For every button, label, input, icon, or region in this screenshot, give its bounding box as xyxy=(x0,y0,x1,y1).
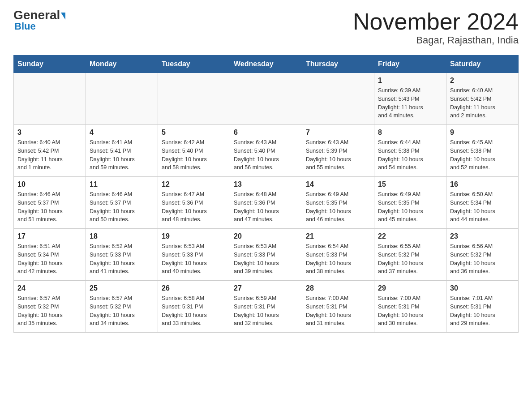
day-number: 18 xyxy=(90,232,154,240)
calendar-cell: 9Sunrise: 6:45 AMSunset: 5:38 PMDaylight… xyxy=(446,125,519,177)
day-number: 3 xyxy=(17,128,82,137)
calendar-cell xyxy=(302,73,374,125)
day-info: Sunrise: 6:53 AMSunset: 5:33 PMDaylight:… xyxy=(234,242,298,276)
day-info: Sunrise: 6:47 AMSunset: 5:36 PMDaylight:… xyxy=(162,190,226,224)
day-number: 9 xyxy=(450,128,515,137)
day-header-wednesday: Wednesday xyxy=(230,56,302,73)
day-info: Sunrise: 7:00 AMSunset: 5:31 PMDaylight:… xyxy=(378,294,442,328)
day-number: 22 xyxy=(378,232,442,240)
calendar-cell: 28Sunrise: 7:00 AMSunset: 5:31 PMDayligh… xyxy=(302,281,374,333)
day-header-tuesday: Tuesday xyxy=(158,56,230,73)
day-header-sunday: Sunday xyxy=(14,56,86,73)
calendar-cell: 26Sunrise: 6:58 AMSunset: 5:31 PMDayligh… xyxy=(158,281,230,333)
day-number: 4 xyxy=(90,128,154,137)
week-row-4: 17Sunrise: 6:51 AMSunset: 5:34 PMDayligh… xyxy=(14,229,519,281)
day-number: 27 xyxy=(234,284,298,292)
calendar-cell: 8Sunrise: 6:44 AMSunset: 5:38 PMDaylight… xyxy=(374,125,446,177)
calendar-cell: 1Sunrise: 6:39 AMSunset: 5:43 PMDaylight… xyxy=(374,73,446,125)
day-info: Sunrise: 6:43 AMSunset: 5:39 PMDaylight:… xyxy=(306,138,370,172)
day-number: 6 xyxy=(234,128,298,137)
day-info: Sunrise: 6:46 AMSunset: 5:37 PMDaylight:… xyxy=(90,190,154,224)
day-info: Sunrise: 6:53 AMSunset: 5:33 PMDaylight:… xyxy=(162,242,226,276)
day-number: 7 xyxy=(306,128,370,137)
week-row-5: 24Sunrise: 6:57 AMSunset: 5:32 PMDayligh… xyxy=(14,281,519,333)
day-number: 12 xyxy=(162,180,226,188)
location-title: Bagar, Rajasthan, India xyxy=(353,34,519,46)
logo: General Blue xyxy=(13,9,65,32)
calendar-cell: 16Sunrise: 6:50 AMSunset: 5:34 PMDayligh… xyxy=(446,177,519,229)
calendar-cell: 10Sunrise: 6:46 AMSunset: 5:37 PMDayligh… xyxy=(14,177,86,229)
day-header-monday: Monday xyxy=(86,56,158,73)
calendar-cell: 21Sunrise: 6:54 AMSunset: 5:33 PMDayligh… xyxy=(302,229,374,281)
day-number: 14 xyxy=(306,180,370,188)
calendar-table: SundayMondayTuesdayWednesdayThursdayFrid… xyxy=(13,55,519,333)
day-info: Sunrise: 6:40 AMSunset: 5:42 PMDaylight:… xyxy=(17,138,82,172)
calendar-cell xyxy=(86,73,158,125)
week-row-3: 10Sunrise: 6:46 AMSunset: 5:37 PMDayligh… xyxy=(14,177,519,229)
calendar-cell: 24Sunrise: 6:57 AMSunset: 5:32 PMDayligh… xyxy=(14,281,86,333)
month-title: November 2024 xyxy=(353,9,519,34)
day-number: 2 xyxy=(450,77,515,85)
day-number: 29 xyxy=(378,284,442,292)
header-row: SundayMondayTuesdayWednesdayThursdayFrid… xyxy=(14,56,519,73)
calendar-cell: 11Sunrise: 6:46 AMSunset: 5:37 PMDayligh… xyxy=(86,177,158,229)
header: General Blue November 2024 Bagar, Rajast… xyxy=(13,9,519,46)
day-info: Sunrise: 7:01 AMSunset: 5:31 PMDaylight:… xyxy=(450,294,515,328)
day-number: 5 xyxy=(162,128,226,137)
day-info: Sunrise: 6:43 AMSunset: 5:40 PMDaylight:… xyxy=(234,138,298,172)
logo-blue: Blue xyxy=(14,21,36,32)
day-info: Sunrise: 6:49 AMSunset: 5:35 PMDaylight:… xyxy=(378,190,442,224)
calendar-cell: 4Sunrise: 6:41 AMSunset: 5:41 PMDaylight… xyxy=(86,125,158,177)
calendar-cell: 18Sunrise: 6:52 AMSunset: 5:33 PMDayligh… xyxy=(86,229,158,281)
calendar-cell: 25Sunrise: 6:57 AMSunset: 5:32 PMDayligh… xyxy=(86,281,158,333)
day-number: 21 xyxy=(306,232,370,240)
calendar-cell: 7Sunrise: 6:43 AMSunset: 5:39 PMDaylight… xyxy=(302,125,374,177)
day-info: Sunrise: 6:51 AMSunset: 5:34 PMDaylight:… xyxy=(17,242,82,276)
day-number: 25 xyxy=(90,284,154,292)
day-info: Sunrise: 6:55 AMSunset: 5:32 PMDaylight:… xyxy=(378,242,442,276)
day-number: 20 xyxy=(234,232,298,240)
calendar-cell xyxy=(230,73,302,125)
day-info: Sunrise: 6:54 AMSunset: 5:33 PMDaylight:… xyxy=(306,242,370,276)
day-info: Sunrise: 6:52 AMSunset: 5:33 PMDaylight:… xyxy=(90,242,154,276)
calendar-cell: 19Sunrise: 6:53 AMSunset: 5:33 PMDayligh… xyxy=(158,229,230,281)
logo-text: General xyxy=(13,9,65,21)
day-info: Sunrise: 6:44 AMSunset: 5:38 PMDaylight:… xyxy=(378,138,442,172)
day-number: 13 xyxy=(234,180,298,188)
calendar-cell: 22Sunrise: 6:55 AMSunset: 5:32 PMDayligh… xyxy=(374,229,446,281)
calendar-cell: 27Sunrise: 6:59 AMSunset: 5:31 PMDayligh… xyxy=(230,281,302,333)
calendar-cell: 29Sunrise: 7:00 AMSunset: 5:31 PMDayligh… xyxy=(374,281,446,333)
day-number: 10 xyxy=(17,180,82,188)
calendar-cell: 2Sunrise: 6:40 AMSunset: 5:42 PMDaylight… xyxy=(446,73,519,125)
day-info: Sunrise: 6:42 AMSunset: 5:40 PMDaylight:… xyxy=(162,138,226,172)
calendar-cell: 14Sunrise: 6:49 AMSunset: 5:35 PMDayligh… xyxy=(302,177,374,229)
calendar-cell xyxy=(158,73,230,125)
day-info: Sunrise: 6:57 AMSunset: 5:32 PMDaylight:… xyxy=(17,294,82,328)
day-header-friday: Friday xyxy=(374,56,446,73)
day-info: Sunrise: 6:49 AMSunset: 5:35 PMDaylight:… xyxy=(306,190,370,224)
day-info: Sunrise: 6:40 AMSunset: 5:42 PMDaylight:… xyxy=(450,86,515,120)
calendar-cell: 12Sunrise: 6:47 AMSunset: 5:36 PMDayligh… xyxy=(158,177,230,229)
day-info: Sunrise: 6:56 AMSunset: 5:32 PMDaylight:… xyxy=(450,242,515,276)
day-number: 30 xyxy=(450,284,515,292)
day-number: 23 xyxy=(450,232,515,240)
day-info: Sunrise: 6:48 AMSunset: 5:36 PMDaylight:… xyxy=(234,190,298,224)
calendar-cell xyxy=(14,73,86,125)
calendar-cell: 13Sunrise: 6:48 AMSunset: 5:36 PMDayligh… xyxy=(230,177,302,229)
calendar-cell: 20Sunrise: 6:53 AMSunset: 5:33 PMDayligh… xyxy=(230,229,302,281)
day-number: 16 xyxy=(450,180,515,188)
day-info: Sunrise: 6:58 AMSunset: 5:31 PMDaylight:… xyxy=(162,294,226,328)
title-area: November 2024 Bagar, Rajasthan, India xyxy=(353,9,519,46)
day-number: 26 xyxy=(162,284,226,292)
day-number: 28 xyxy=(306,284,370,292)
day-header-thursday: Thursday xyxy=(302,56,374,73)
day-info: Sunrise: 6:57 AMSunset: 5:32 PMDaylight:… xyxy=(90,294,154,328)
calendar-cell: 6Sunrise: 6:43 AMSunset: 5:40 PMDaylight… xyxy=(230,125,302,177)
day-info: Sunrise: 6:41 AMSunset: 5:41 PMDaylight:… xyxy=(90,138,154,172)
week-row-2: 3Sunrise: 6:40 AMSunset: 5:42 PMDaylight… xyxy=(14,125,519,177)
calendar-cell: 5Sunrise: 6:42 AMSunset: 5:40 PMDaylight… xyxy=(158,125,230,177)
calendar-cell: 17Sunrise: 6:51 AMSunset: 5:34 PMDayligh… xyxy=(14,229,86,281)
week-row-1: 1Sunrise: 6:39 AMSunset: 5:43 PMDaylight… xyxy=(14,73,519,125)
day-header-saturday: Saturday xyxy=(446,56,519,73)
day-number: 19 xyxy=(162,232,226,240)
